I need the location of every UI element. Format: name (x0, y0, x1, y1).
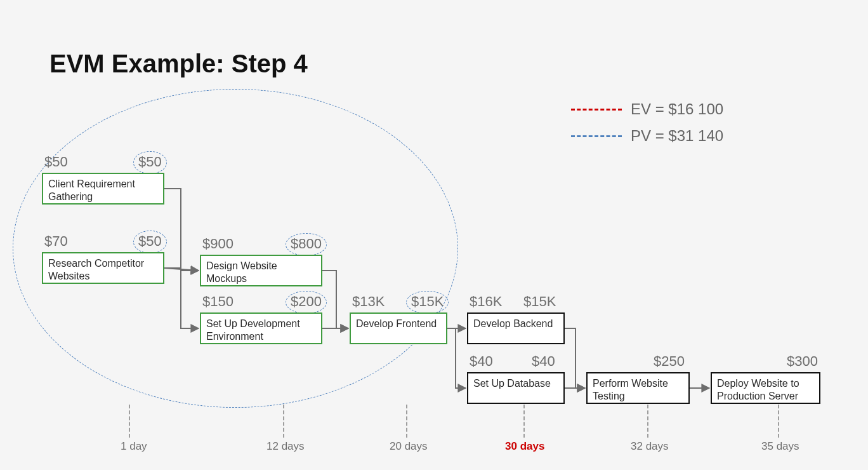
ev-boundary-ellipse (13, 89, 458, 408)
legend-pv-text: PV = $31 140 (631, 127, 723, 145)
cost-left-frontend: $13K (352, 293, 385, 310)
diagram-canvas: EVM Example: Step 4 EV = $16 100 PV = $3… (0, 0, 868, 470)
task-database: Set Up Database (467, 372, 565, 404)
cost-left-client-req: $50 (44, 154, 68, 170)
legend: EV = $16 100 PV = $31 140 (571, 100, 723, 154)
task-backend: Develop Backend (467, 312, 565, 344)
cost-left-backend: $16K (470, 293, 502, 310)
timeline-line-30 (523, 405, 525, 438)
timeline-line-35 (778, 405, 779, 438)
task-mockups: Design Website Mockups (200, 255, 322, 286)
legend-ev: EV = $16 100 (571, 100, 723, 118)
timeline-line-12 (283, 405, 284, 438)
cost-right-testing: $250 (654, 353, 685, 370)
timeline-label-30: 30 days (505, 440, 544, 453)
timeline-line-1 (129, 405, 130, 438)
legend-pv: PV = $31 140 (571, 127, 723, 145)
task-client-req: Client Requirement Gathering (42, 173, 164, 205)
cost-right-mockups: $800 (286, 233, 327, 256)
cost-right-research: $50 (133, 231, 167, 253)
legend-pv-dash (571, 135, 622, 137)
timeline-label-32: 32 days (631, 440, 669, 453)
cost-right-frontend: $15K (406, 291, 449, 314)
cost-left-database: $40 (470, 353, 493, 370)
page-title: EVM Example: Step 4 (49, 50, 308, 78)
timeline-line-32 (647, 405, 648, 438)
task-setup-env: Set Up Development Environment (200, 312, 322, 344)
cost-right-database: $40 (532, 353, 555, 370)
timeline-label-12: 12 days (266, 440, 305, 453)
timeline-label-35: 35 days (761, 440, 799, 453)
cost-left-research: $70 (44, 233, 68, 250)
cost-left-setup-env: $150 (202, 293, 233, 310)
cost-right-deploy: $300 (787, 353, 818, 370)
legend-ev-text: EV = $16 100 (631, 100, 723, 118)
cost-left-mockups: $900 (202, 236, 233, 252)
cost-right-backend: $15K (523, 293, 556, 310)
cost-right-setup-env: $200 (286, 291, 327, 314)
legend-ev-dash (571, 109, 622, 111)
task-research: Research Competitor Websites (42, 252, 164, 284)
task-deploy: Deploy Website to Production Server (711, 372, 820, 404)
cost-right-client-req: $50 (133, 151, 167, 174)
timeline-line-20 (406, 405, 407, 438)
timeline-label-1: 1 day (121, 440, 147, 453)
task-testing: Perform Website Testing (586, 372, 690, 404)
timeline-label-20: 20 days (390, 440, 428, 453)
task-frontend: Develop Frontend (350, 312, 447, 344)
